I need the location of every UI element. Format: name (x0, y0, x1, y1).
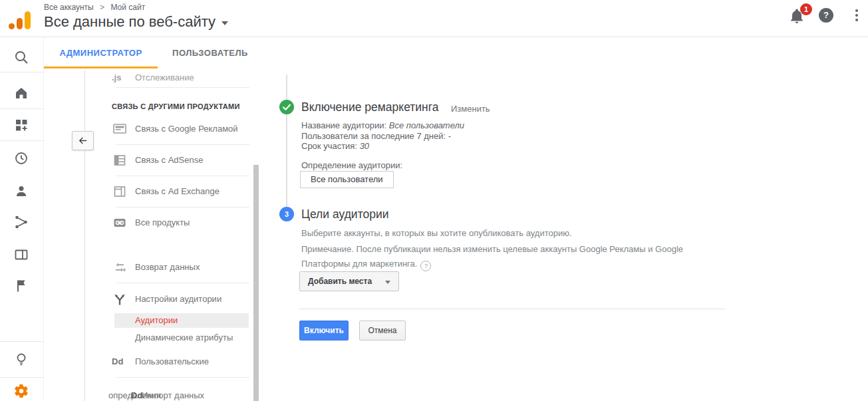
field-value: 30 (360, 141, 369, 151)
nav-item-tracking[interactable]: .js Отслеживание (85, 74, 249, 86)
nav-section-title: СВЯЗЬ С ДРУГИМИ ПРОДУКТАМИ (112, 102, 240, 110)
goals-section-title: Цели аудитории (301, 207, 388, 221)
search-icon[interactable] (13, 49, 29, 65)
audience-definition-chip[interactable]: Все пользователи (300, 171, 394, 188)
tab-administrator-label: АДМИНИСТРАТОР (59, 48, 142, 58)
field-label: Срок участия: (301, 141, 360, 151)
conversions-icon[interactable] (13, 278, 29, 294)
nav-item-ad-exchange-link[interactable]: Связь с Ad Exchange (85, 184, 249, 200)
logo-bar-mid (17, 18, 23, 29)
rail-divider (0, 108, 43, 109)
note-line2: Платформы для маркетинга. (301, 259, 417, 269)
dd-icon: Dd (112, 354, 123, 370)
note-line1: Примечание. После публикации нельзя изме… (301, 244, 683, 254)
rail-divider (0, 140, 43, 141)
nav-scrollbar-thumb[interactable] (253, 165, 259, 401)
discover-icon[interactable] (13, 351, 29, 367)
data-refund-icon (112, 259, 128, 275)
dd-icon: Dd (131, 389, 142, 401)
nav-subitem-dynamic-attributes[interactable]: Динамические атрибуты (135, 330, 233, 346)
google-ads-link-icon (112, 121, 128, 137)
step-complete-check-icon (279, 100, 294, 114)
summary-row: Срок участия: 30 (301, 141, 464, 152)
enable-button[interactable]: Включить (299, 321, 349, 340)
summary-row: Название аудитории: Все пользователи (301, 120, 464, 131)
collapse-nav-button[interactable] (72, 131, 94, 150)
audience-icon[interactable] (13, 183, 29, 199)
ad-exchange-link-icon (112, 184, 128, 200)
nav-item-adsense-link[interactable]: Связь с AdSense (85, 152, 249, 168)
field-label: Название аудитории: (301, 120, 389, 130)
notification-badge[interactable]: 1 (800, 3, 812, 15)
breadcrumb-separator: > (100, 3, 104, 12)
goals-description: Выберите аккаунты, в которых вы хотите о… (301, 228, 572, 238)
nav-item-label: Импорт данных (142, 389, 204, 401)
cancel-button[interactable]: Отмена (359, 321, 406, 340)
active-tab-underline (44, 67, 158, 68)
tab-administrator[interactable]: АДМИНИСТРАТОР (44, 37, 158, 68)
summary-row: Пользователи за последние 7 дней: - (301, 131, 464, 142)
nav-divider (116, 87, 249, 88)
nav-item-audience-settings[interactable]: Настройки аудитории (85, 291, 249, 307)
customization-icon[interactable] (13, 117, 29, 133)
rail-divider (0, 72, 43, 72)
nav-subitem-audiences[interactable]: Аудитории (135, 313, 178, 328)
home-icon[interactable] (13, 85, 29, 101)
nav-item-label: Пользовательские (135, 354, 209, 370)
acquisition-icon[interactable] (13, 214, 29, 230)
nav-item-data-import[interactable]: определения Dd Импорт данных (85, 389, 253, 401)
nav-item-google-ads-link[interactable]: Связь с Google Рекламой (85, 121, 249, 137)
nav-item-all-products[interactable]: Все продукты (85, 215, 249, 231)
left-nav-rail (0, 37, 44, 401)
tab-user[interactable]: ПОЛЬЗОВАТЕЛЬ (158, 37, 263, 68)
page-title: Все данные по веб-сайту (44, 13, 216, 31)
kebab-menu-icon[interactable] (851, 9, 863, 24)
logo-dot (9, 23, 15, 29)
add-destinations-dropdown[interactable]: Добавить места (299, 271, 399, 291)
nav-item-label: Отслеживание (135, 74, 194, 86)
nav-divider (116, 377, 249, 378)
actions-divider (299, 309, 725, 309)
nav-item-label: Возврат данных (135, 259, 200, 275)
logo-bar-tall (25, 11, 31, 29)
tab-user-label: ПОЛЬЗОВАТЕЛЬ (172, 48, 248, 58)
remarketing-summary: Название аудитории: Все пользователи Пол… (301, 120, 464, 152)
audience-definition-label: Определение аудитории: (301, 160, 402, 170)
nav-item-label: Связь с Google Рекламой (135, 121, 238, 137)
rail-divider (0, 341, 43, 342)
stepper-connector (286, 74, 287, 207)
remarketing-section-title: Включение ремаркетинга (301, 100, 439, 114)
chevron-down-icon (221, 21, 228, 25)
nav-divider (116, 283, 249, 283)
breadcrumb-all-accounts[interactable]: Все аккаунты (44, 3, 94, 12)
chevron-down-icon (385, 281, 390, 284)
nav-divider (116, 176, 249, 176)
nav-item-data-refund[interactable]: Возврат данных (85, 259, 249, 275)
breadcrumb-property[interactable]: Мой сайт (110, 3, 145, 12)
analytics-logo-icon[interactable] (9, 11, 31, 29)
field-value: - (448, 131, 451, 141)
property-selector[interactable]: Все данные по веб-сайту (44, 13, 228, 31)
nav-divider (116, 207, 249, 207)
field-value: Все пользователи (389, 120, 464, 130)
nav-item-label: Все продукты (135, 215, 190, 231)
edit-link[interactable]: Изменить (451, 104, 490, 114)
admin-user-tabbar: АДМИНИСТРАТОР ПОЛЬЗОВАТЕЛЬ (44, 37, 868, 68)
app-header: Все аккаунты > Мой сайт Все данные по ве… (0, 0, 868, 37)
admin-icon[interactable] (13, 383, 29, 399)
nav-item-label: Связь с AdSense (135, 152, 203, 168)
nav-item-label: Настройки аудитории (135, 291, 221, 307)
goals-note: Примечание. После публикации нельзя изме… (301, 242, 700, 271)
nav-section-product-linking: СВЯЗЬ С ДРУГИМИ ПРОДУКТАМИ (112, 98, 249, 114)
nav-divider (116, 144, 249, 145)
help-icon[interactable]: ? (819, 8, 833, 23)
add-destinations-label: Добавить места (308, 277, 372, 286)
note-help-icon[interactable]: ? (420, 261, 431, 271)
realtime-icon[interactable] (13, 150, 29, 166)
behavior-icon[interactable] (13, 247, 29, 263)
rail-divider (0, 377, 43, 378)
nav-item-custom-definitions[interactable]: Dd Пользовательские (85, 354, 249, 370)
breadcrumb: Все аккаунты > Мой сайт (44, 3, 145, 12)
section-rule (248, 106, 249, 107)
admin-nav-panel: .js Отслеживание СВЯЗЬ С ДРУГИМИ ПРОДУКТ… (85, 74, 253, 401)
